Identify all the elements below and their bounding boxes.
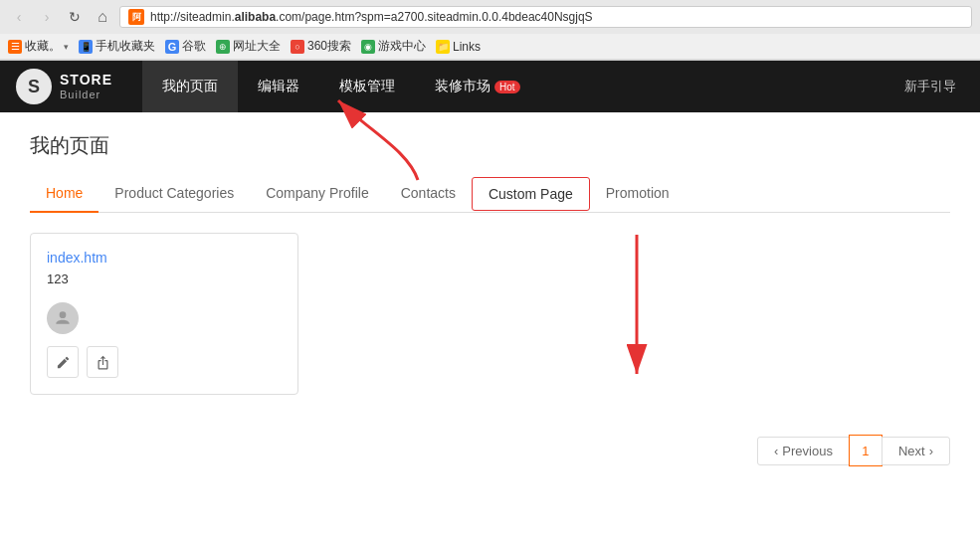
bookmark-links[interactable]: 📁 Links: [436, 40, 481, 54]
nav-item-template[interactable]: 模板管理: [319, 61, 415, 112]
share-button[interactable]: [87, 346, 118, 378]
folder-icon: 📁: [436, 40, 450, 54]
top-navigation: S STORE Builder 我的页面 编辑器 模板管理 装修市场 Hot: [0, 61, 980, 112]
refresh-button[interactable]: ↻: [64, 6, 86, 28]
logo-text: STORE Builder: [60, 72, 112, 101]
back-button[interactable]: ‹: [8, 6, 30, 28]
address-bar[interactable]: 阿 http://siteadmin.alibaba.com/page.htm?…: [119, 6, 972, 28]
bookmark-label: 游戏中心: [378, 38, 426, 55]
games-icon: ◉: [361, 40, 375, 54]
svg-point-2: [60, 311, 67, 318]
tab-home[interactable]: Home: [30, 175, 98, 213]
previous-button[interactable]: ‹ Previous: [757, 437, 850, 465]
bookmark-games[interactable]: ◉ 游戏中心: [361, 38, 426, 55]
tab-contacts[interactable]: Contacts: [385, 175, 472, 213]
page-content: 我的页面 Home Product Categories Company Pro…: [0, 112, 980, 415]
page-card-actions: [47, 346, 282, 378]
tab-product-categories[interactable]: Product Categories: [98, 175, 250, 213]
home-button[interactable]: ⌂: [92, 6, 113, 28]
nav-item-editor[interactable]: 编辑器: [238, 61, 319, 112]
tab-custom-page[interactable]: Custom Page: [472, 177, 590, 211]
bookmark-label: 360搜索: [307, 38, 351, 55]
bookmark-label: 手机收藏夹: [96, 38, 155, 55]
nav-item-market[interactable]: 装修市场 Hot: [415, 61, 540, 112]
address-text: http://siteadmin.alibaba.com/page.htm?sp…: [150, 10, 593, 24]
prev-chevron: ‹: [774, 444, 778, 458]
tab-company-profile[interactable]: Company Profile: [250, 175, 385, 213]
page-number-1[interactable]: 1: [849, 435, 882, 466]
logo-area: S STORE Builder: [16, 69, 112, 104]
logo-icon: S: [16, 69, 52, 104]
pagination: ‹ Previous 1 Next ›: [0, 415, 980, 486]
wangzhi-icon: ⊕: [216, 40, 230, 54]
bookmark-google[interactable]: G 谷歌: [165, 38, 206, 55]
bookmark-label: 收藏。: [25, 38, 61, 55]
site-favicon: 阿: [128, 9, 144, 25]
bookmark-favorites[interactable]: ☰ 收藏。 ▾: [8, 38, 69, 55]
page-card: index.htm 123: [30, 233, 298, 395]
hot-badge: Hot: [494, 81, 520, 93]
page-card-title: 123: [47, 271, 282, 286]
page-title: 我的页面: [30, 132, 950, 159]
bookmark-360[interactable]: ○ 360搜索: [291, 38, 351, 55]
chevron-down-icon: ▾: [64, 42, 69, 52]
nav-item-mypage[interactable]: 我的页面: [142, 61, 238, 112]
logo-store: STORE: [60, 72, 112, 89]
bookmark-mobile[interactable]: 📱 手机收藏夹: [79, 38, 155, 55]
tabs-bar: Home Product Categories Company Profile …: [30, 175, 950, 213]
next-chevron: ›: [929, 444, 933, 458]
edit-button[interactable]: [47, 346, 79, 378]
google-icon: G: [165, 40, 179, 54]
bookmark-label: 谷歌: [182, 38, 206, 55]
pages-grid: index.htm 123: [30, 233, 950, 395]
page-card-link[interactable]: index.htm: [47, 250, 282, 266]
bookmark-label: 网址大全: [233, 38, 281, 55]
avatar: [47, 302, 79, 334]
bookmark-wangzhi[interactable]: ⊕ 网址大全: [216, 38, 281, 55]
360-icon: ○: [291, 40, 304, 54]
bookmark-label: Links: [453, 40, 481, 54]
next-button[interactable]: Next ›: [882, 437, 950, 465]
favorites-icon: ☰: [8, 40, 22, 54]
nav-guide[interactable]: 新手引导: [904, 78, 956, 95]
tab-promotion[interactable]: Promotion: [590, 175, 686, 213]
logo-s: S: [28, 77, 40, 97]
bookmarks-bar: ☰ 收藏。 ▾ 📱 手机收藏夹 G 谷歌 ⊕ 网址大全 ○ 360搜索 ◉: [0, 34, 980, 60]
mobile-icon: 📱: [79, 40, 93, 54]
forward-button[interactable]: ›: [36, 6, 58, 28]
browser-nav: ‹ › ↻ ⌂ 阿 http://siteadmin.alibaba.com/p…: [0, 0, 980, 34]
logo-builder: Builder: [60, 89, 112, 101]
